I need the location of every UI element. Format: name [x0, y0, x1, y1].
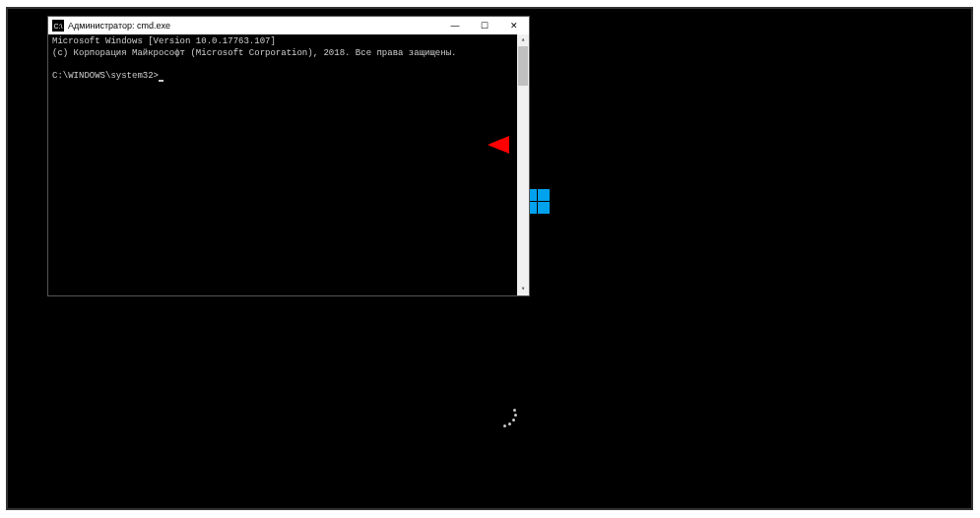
- maximize-button[interactable]: ☐: [470, 17, 499, 34]
- close-button[interactable]: ✕: [499, 17, 529, 34]
- desktop-background: C:\ Администратор: cmd.exe — ☐ ✕ Microso…: [6, 7, 973, 510]
- minimize-button[interactable]: —: [440, 17, 470, 34]
- scrollbar-thumb[interactable]: [518, 46, 528, 86]
- cmd-icon: C:\: [52, 20, 64, 32]
- cmd-prompt-line: C:\WINDOWS\system32>: [52, 71, 525, 83]
- scrollbar-up-button[interactable]: ▴: [517, 34, 529, 46]
- annotation-arrow-icon: [488, 130, 852, 160]
- cmd-scrollbar[interactable]: ▴ ▾: [517, 34, 529, 295]
- cmd-blank-line: [52, 59, 525, 71]
- scrollbar-down-button[interactable]: ▾: [517, 284, 529, 295]
- cmd-titlebar[interactable]: C:\ Администратор: cmd.exe — ☐ ✕: [48, 17, 529, 34]
- loading-spinner-icon: [489, 403, 518, 432]
- cmd-window[interactable]: C:\ Администратор: cmd.exe — ☐ ✕ Microso…: [47, 16, 530, 296]
- cursor-icon: [159, 80, 163, 82]
- titlebar-controls: — ☐ ✕: [440, 17, 529, 34]
- cmd-copyright-line: (c) Корпорация Майкрософт (Microsoft Cor…: [52, 48, 525, 60]
- cmd-version-line: Microsoft Windows [Version 10.0.17763.10…: [52, 36, 525, 48]
- cmd-terminal-body[interactable]: Microsoft Windows [Version 10.0.17763.10…: [48, 34, 529, 295]
- cmd-title-text: Администратор: cmd.exe: [68, 21, 440, 31]
